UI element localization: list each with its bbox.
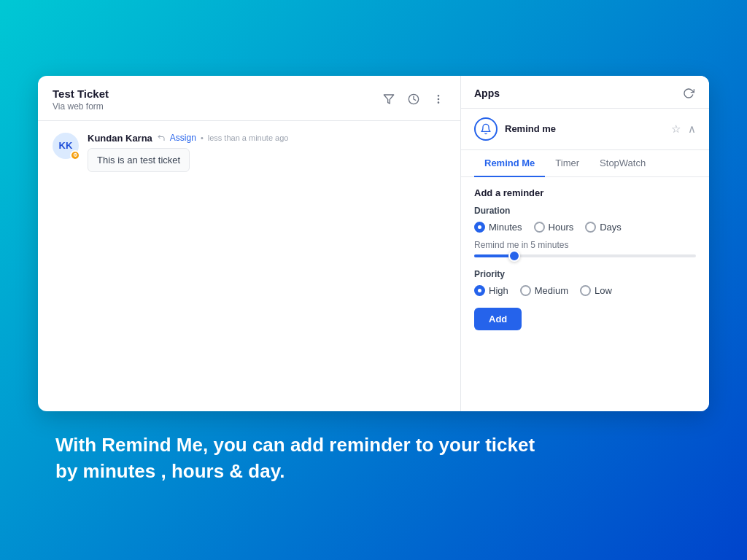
tab-remind-me[interactable]: Remind Me xyxy=(474,150,545,177)
more-options-icon-button[interactable] xyxy=(431,92,446,106)
remind-left: Remind me xyxy=(474,117,556,141)
high-label: High xyxy=(489,285,508,296)
tab-stopwatch[interactable]: StopWatch xyxy=(589,150,656,177)
filter-icon xyxy=(383,93,395,105)
svg-point-3 xyxy=(438,98,438,99)
priority-low[interactable]: Low xyxy=(580,285,612,296)
reply-icon xyxy=(157,133,166,142)
chevron-up-icon-button[interactable]: ∧ xyxy=(688,122,696,136)
svg-point-4 xyxy=(438,102,438,103)
star-icon-button[interactable]: ☆ xyxy=(671,122,681,136)
tabs-row: Remind Me Timer StopWatch xyxy=(461,150,709,177)
high-radio[interactable] xyxy=(474,285,485,296)
add-reminder-title: Add a reminder xyxy=(474,187,696,198)
hours-label: Hours xyxy=(549,222,574,233)
bottom-text: With Remind Me, you can add reminder to … xyxy=(38,432,709,485)
priority-section: Priority High Medium Low xyxy=(474,269,696,296)
remind-section: Remind me ☆ ∧ xyxy=(461,109,709,150)
slider-track[interactable] xyxy=(474,254,696,257)
remind-label: Remind me xyxy=(505,123,556,134)
message-content: Kundan Karna Assign • less than a minute… xyxy=(88,133,446,172)
message-author: Kundan Karna xyxy=(88,133,152,144)
left-panel: Test Ticket Via web form KK ⚙ xyxy=(38,76,461,411)
days-label: Days xyxy=(600,222,622,233)
medium-label: Medium xyxy=(535,285,568,296)
message-time: less than a minute ago xyxy=(208,133,289,142)
hours-radio[interactable] xyxy=(534,222,545,233)
low-label: Low xyxy=(595,285,612,296)
avatar-badge: ⚙ xyxy=(70,150,80,160)
priority-radio-group: High Medium Low xyxy=(474,285,696,296)
more-options-icon xyxy=(433,93,444,105)
minutes-radio[interactable] xyxy=(474,222,485,233)
duration-hours[interactable]: Hours xyxy=(534,222,574,233)
slider-label: Remind me in 5 minutes xyxy=(474,240,696,250)
duration-label: Duration xyxy=(474,206,696,216)
refresh-button[interactable] xyxy=(681,86,696,101)
bell-svg xyxy=(480,123,492,135)
bottom-line1: With Remind Me, you can add reminder to … xyxy=(55,432,692,458)
message-dot: • xyxy=(201,133,204,142)
apps-title: Apps xyxy=(474,88,500,99)
slider-thumb[interactable] xyxy=(508,250,520,262)
duration-minutes[interactable]: Minutes xyxy=(474,222,522,233)
refresh-icon xyxy=(683,88,694,99)
minutes-label: Minutes xyxy=(489,222,522,233)
days-radio[interactable] xyxy=(585,222,596,233)
duration-days[interactable]: Days xyxy=(585,222,622,233)
message-meta: Kundan Karna Assign • less than a minute… xyxy=(88,133,446,144)
low-radio[interactable] xyxy=(580,285,591,296)
duration-radio-group: Minutes Hours Days xyxy=(474,222,696,233)
history-icon xyxy=(408,93,419,105)
message-row: KK ⚙ Kundan Karna Assign • less than a m… xyxy=(53,133,446,172)
reminder-form: Add a reminder Duration Minutes Hours Da… xyxy=(461,177,709,411)
ticket-title-group: Test Ticket Via web form xyxy=(53,88,109,112)
add-button[interactable]: Add xyxy=(474,308,522,330)
remind-icons: ☆ ∧ xyxy=(671,122,696,136)
bell-icon xyxy=(474,117,498,141)
medium-radio[interactable] xyxy=(520,285,531,296)
history-icon-button[interactable] xyxy=(406,92,421,106)
tab-timer[interactable]: Timer xyxy=(545,150,589,177)
assign-link[interactable]: Assign xyxy=(170,133,196,143)
priority-high[interactable]: High xyxy=(474,285,508,296)
svg-point-2 xyxy=(438,96,438,96)
priority-label: Priority xyxy=(474,269,696,279)
svg-marker-0 xyxy=(384,95,393,104)
ticket-header: Test Ticket Via web form xyxy=(38,76,460,121)
avatar: KK ⚙ xyxy=(53,133,79,159)
ticket-subtitle: Via web form xyxy=(53,101,109,112)
right-panel: Apps Remind me ☆ ∧ Remind Me Timer StopW… xyxy=(461,76,709,411)
priority-medium[interactable]: Medium xyxy=(520,285,568,296)
message-text: This is an test ticket xyxy=(88,148,190,172)
slider-container: Remind me in 5 minutes xyxy=(474,240,696,257)
bottom-line2: by minutes , hours & day. xyxy=(55,458,692,484)
ticket-title: Test Ticket xyxy=(53,88,109,100)
ticket-body: KK ⚙ Kundan Karna Assign • less than a m… xyxy=(38,121,460,411)
main-card: Test Ticket Via web form KK ⚙ xyxy=(38,76,709,411)
ticket-header-icons xyxy=(382,92,446,106)
filter-icon-button[interactable] xyxy=(382,92,396,106)
apps-header: Apps xyxy=(461,76,709,109)
